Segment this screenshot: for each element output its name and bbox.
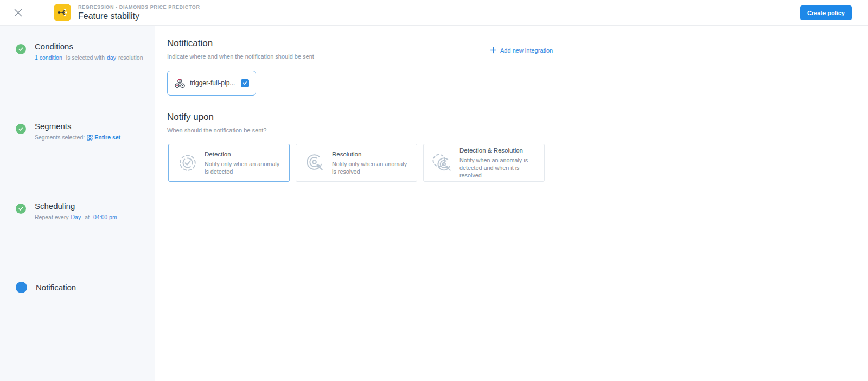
header-titles: REGRESSION - DIAMONDS PRICE PREDICTOR Fe… xyxy=(78,4,200,21)
notification-section-header: Notification Indicate where and when the… xyxy=(167,38,314,60)
section-subtitle: When should the notification be sent? xyxy=(167,127,266,134)
step-notification[interactable]: Notification xyxy=(16,281,76,293)
repeat-time-link[interactable]: 04:00 pm xyxy=(93,214,117,220)
notify-option-resolution[interactable]: Resolution Notify only when an anomaly i… xyxy=(296,144,417,182)
integration-card-trigger-full-pipeline[interactable]: trigger-full-pip... xyxy=(167,71,256,96)
plus-icon xyxy=(490,47,497,54)
segments-grid-icon xyxy=(87,135,93,141)
option-title: Detection & Resolution xyxy=(459,147,539,154)
option-description: Notify only when an anomaly is resolved xyxy=(332,160,411,175)
entire-set-link[interactable]: Entire set xyxy=(94,134,120,141)
step-completed-check-icon xyxy=(16,124,26,134)
add-new-integration-button[interactable]: Add new integration xyxy=(487,47,553,54)
step-conditions[interactable]: Conditions 1 condition is selected with … xyxy=(16,42,143,61)
option-description: Notify only when an anomaly is detected xyxy=(205,160,284,175)
section-title: Notification xyxy=(167,38,314,49)
step-connector xyxy=(21,148,21,198)
close-icon xyxy=(14,8,23,17)
wizard-stepper-sidebar: Conditions 1 condition is selected with … xyxy=(0,26,155,381)
step-active-dot xyxy=(16,282,27,293)
page-title: Feature stability xyxy=(78,11,200,21)
section-title: Notify upon xyxy=(167,112,266,123)
step-completed-check-icon xyxy=(16,204,26,214)
step-connector xyxy=(21,227,21,278)
repeat-interval-link[interactable]: Day xyxy=(71,214,81,220)
main-content: Notification Indicate where and when the… xyxy=(155,26,868,381)
close-button[interactable] xyxy=(0,0,36,25)
option-title: Resolution xyxy=(332,151,411,157)
step-title: Segments xyxy=(35,122,120,131)
detection-target-check-icon xyxy=(171,153,205,173)
option-title: Detection xyxy=(205,151,284,157)
create-policy-button[interactable]: Create policy xyxy=(800,5,852,20)
notify-option-detection-and-resolution[interactable]: Detection & Resolution Notify when an an… xyxy=(423,144,545,182)
step-scheduling[interactable]: Scheduling Repeat every Day at 04:00 pm xyxy=(16,201,117,220)
step-title: Scheduling xyxy=(35,201,117,211)
integration-checkbox[interactable] xyxy=(241,79,249,87)
notify-option-detection[interactable]: Detection Notify only when an anomaly is… xyxy=(168,144,290,182)
webhook-icon xyxy=(174,78,186,89)
section-subtitle: Indicate where and when the notification… xyxy=(167,53,314,60)
option-description: Notify when an anomaly is detected and w… xyxy=(459,156,539,179)
policy-wizard-page: REGRESSION - DIAMONDS PRICE PREDICTOR Fe… xyxy=(0,0,868,381)
integration-name: trigger-full-pip... xyxy=(190,79,235,87)
detection-and-resolution-icon xyxy=(426,153,459,173)
resolution-link[interactable]: day xyxy=(107,54,116,61)
step-subtitle: Segments selected: Entire set xyxy=(35,134,120,141)
step-segments[interactable]: Segments Segments selected: Entire set xyxy=(16,122,120,141)
header: REGRESSION - DIAMONDS PRICE PREDICTOR Fe… xyxy=(0,0,868,26)
feature-branch-icon xyxy=(54,4,71,21)
conditions-count-link[interactable]: 1 condition xyxy=(35,54,62,61)
step-title: Conditions xyxy=(35,42,143,51)
step-title: Notification xyxy=(36,283,76,292)
step-subtitle: Repeat every Day at 04:00 pm xyxy=(35,214,117,220)
step-subtitle: 1 condition is selected with day resolut… xyxy=(35,54,143,61)
step-connector xyxy=(21,66,21,118)
resolution-target-arrow-icon xyxy=(298,153,332,173)
model-breadcrumb: REGRESSION - DIAMONDS PRICE PREDICTOR xyxy=(78,4,200,10)
notify-upon-section-header: Notify upon When should the notification… xyxy=(167,112,266,134)
step-completed-check-icon xyxy=(16,44,26,54)
